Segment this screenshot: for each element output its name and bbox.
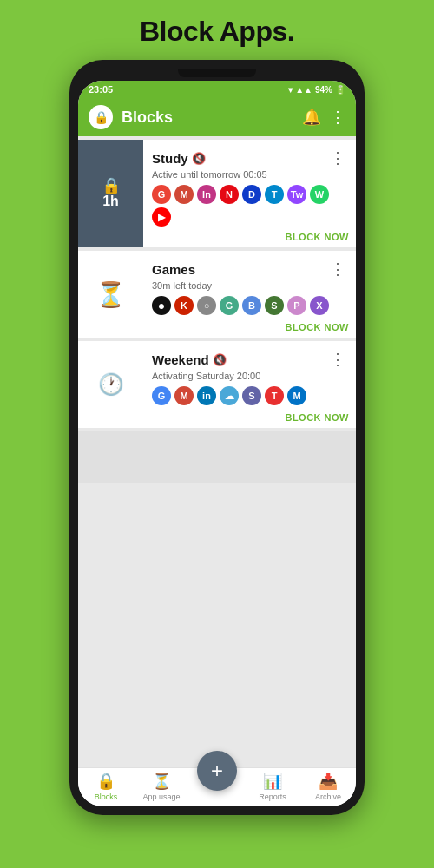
reports-nav-label: Reports xyxy=(259,792,286,801)
study-header: Study 🔇 ⋮ xyxy=(152,148,349,168)
app-usage-nav-icon: ⏳ xyxy=(152,772,171,791)
study-lock-time: 1h xyxy=(102,194,119,209)
weekend-name: Weekend xyxy=(152,352,209,367)
app-icon-netflix: N xyxy=(220,185,239,204)
blocks-nav-icon: 🔒 xyxy=(96,772,115,791)
study-info: Study 🔇 ⋮ Active until tomorrow 00:05 G … xyxy=(143,140,356,247)
page-title: Block Apps. xyxy=(140,16,294,48)
games-hourglass-icon: ⏳ xyxy=(95,280,126,309)
archive-nav-icon: 📥 xyxy=(319,772,338,791)
nav-item-blocks[interactable]: 🔒 Blocks xyxy=(78,772,134,801)
battery-percent: 94% xyxy=(315,85,332,95)
weekend-clock-icon: 🕐 xyxy=(98,372,124,397)
weekend-app-todoist: T xyxy=(265,386,284,405)
study-block-now-row: BLOCK NOW xyxy=(152,232,349,242)
app-icon-gmail: M xyxy=(174,185,194,204)
block-card-weekend: 🕐 Weekend 🔇 ⋮ Activating Saturday 20:00 xyxy=(78,341,356,428)
study-app-icons: G M In N D T Tw W ▶ xyxy=(152,185,349,227)
games-app-3: ○ xyxy=(197,296,216,315)
games-subtitle: 30m left today xyxy=(152,280,349,291)
app-icon-discord: D xyxy=(242,185,261,204)
weekend-subtitle: Activating Saturday 20:00 xyxy=(152,371,349,381)
weekend-bell-off-icon: 🔇 xyxy=(213,353,227,366)
phone-wrapper: 23:05 ▾ ▲▲ 94% 🔋 🔒 Blocks 🔔 ⋮ xyxy=(69,60,365,815)
block-card-games: ⏳ Games ⋮ 30m left today ● K xyxy=(78,251,356,338)
weekend-block-now-row: BLOCK NOW xyxy=(152,412,349,423)
study-block-now-button[interactable]: BLOCK NOW xyxy=(285,232,349,242)
study-icon-area: 🔒 1h xyxy=(78,140,143,247)
wifi-icon: ▾ xyxy=(288,85,293,95)
games-block-now-row: BLOCK NOW xyxy=(152,322,349,332)
games-block-now-button[interactable]: BLOCK NOW xyxy=(285,322,349,332)
games-app-2: K xyxy=(174,296,194,315)
games-app-icons: ● K ○ G B S P X xyxy=(152,296,349,315)
games-app-8: X xyxy=(310,296,329,315)
study-name-row: Study 🔇 xyxy=(152,151,206,166)
weekend-app-icons: G M in ☁ S T M xyxy=(152,386,349,405)
games-more-button[interactable]: ⋮ xyxy=(326,260,349,279)
weekend-icon-area: 🕐 xyxy=(78,341,143,428)
games-app-7: P xyxy=(287,296,306,315)
games-header: Games ⋮ xyxy=(152,260,349,279)
app-icon-chrome: G xyxy=(152,185,171,204)
archive-nav-label: Archive xyxy=(315,792,341,801)
nav-item-app-usage[interactable]: ⏳ App usage xyxy=(134,772,189,801)
bottom-nav: 🔒 Blocks ⏳ App usage + 📊 Reports 📥 Archi… xyxy=(78,767,356,806)
phone-notch xyxy=(178,69,256,77)
weekend-block-now-button[interactable]: BLOCK NOW xyxy=(285,412,349,423)
weekend-app-linkedin: in xyxy=(197,386,216,405)
app-usage-nav-label: App usage xyxy=(142,792,180,801)
nav-item-reports[interactable]: 📊 Reports xyxy=(245,772,300,801)
games-icon-area: ⏳ xyxy=(78,251,143,338)
weekend-name-row: Weekend 🔇 xyxy=(152,352,227,367)
notification-icon[interactable]: 🔔 xyxy=(302,108,321,127)
games-name: Games xyxy=(152,262,195,277)
status-time: 23:05 xyxy=(89,84,113,95)
app-icon-twitch: Tw xyxy=(287,185,306,204)
weekend-app-drive: G xyxy=(152,386,171,405)
battery-icon: 🔋 xyxy=(335,85,345,95)
study-more-button[interactable]: ⋮ xyxy=(326,148,349,168)
fab-button[interactable]: + xyxy=(197,751,237,791)
study-subtitle: Active until tomorrow 00:05 xyxy=(152,169,349,180)
nav-item-archive[interactable]: 📥 Archive xyxy=(300,772,356,801)
app-icon-whatsapp: W xyxy=(310,185,329,204)
weekend-app-cloud: ☁ xyxy=(220,386,239,405)
blocks-nav-label: Blocks xyxy=(95,792,118,801)
app-bar-icons: 🔔 ⋮ xyxy=(302,108,345,127)
weekend-header: Weekend 🔇 ⋮ xyxy=(152,350,349,369)
status-right: ▾ ▲▲ 94% 🔋 xyxy=(288,85,345,95)
app-icon-telegram: T xyxy=(265,185,284,204)
study-lock-box: 🔒 1h xyxy=(102,178,121,209)
more-options-icon[interactable]: ⋮ xyxy=(330,108,345,127)
games-app-4: G xyxy=(220,296,239,315)
weekend-app-gmail: M xyxy=(174,386,194,405)
games-info: Games ⋮ 30m left today ● K ○ G B S xyxy=(143,251,356,338)
app-icon-youtube: ▶ xyxy=(152,207,171,227)
phone-screen: 23:05 ▾ ▲▲ 94% 🔋 🔒 Blocks 🔔 ⋮ xyxy=(78,81,356,806)
content-area: 🔒 1h Study 🔇 ⋮ Active until tomo xyxy=(78,136,356,767)
games-app-1: ● xyxy=(152,296,171,315)
weekend-more-button[interactable]: ⋮ xyxy=(326,350,349,369)
block-card-study: 🔒 1h Study 🔇 ⋮ Active until tomo xyxy=(78,140,356,247)
reports-nav-icon: 📊 xyxy=(263,772,282,791)
weekend-info: Weekend 🔇 ⋮ Activating Saturday 20:00 G … xyxy=(143,341,356,428)
app-bar-title: Blocks xyxy=(122,108,293,127)
study-name: Study xyxy=(152,151,188,166)
empty-space xyxy=(78,431,356,483)
games-app-6: S xyxy=(265,296,284,315)
study-lock-symbol: 🔒 xyxy=(102,178,121,194)
study-bell-off-icon: 🔇 xyxy=(192,152,206,165)
app-icon-instagram: In xyxy=(197,185,216,204)
signal-icon: ▲▲ xyxy=(295,85,312,95)
games-name-row: Games xyxy=(152,262,195,277)
weekend-app-ms: M xyxy=(287,386,306,405)
games-app-5: B xyxy=(242,296,261,315)
status-bar: 23:05 ▾ ▲▲ 94% 🔋 xyxy=(78,81,356,98)
app-bar-lock-icon: 🔒 xyxy=(89,105,113,129)
app-bar: 🔒 Blocks 🔔 ⋮ xyxy=(78,98,356,136)
weekend-app-slack: S xyxy=(242,386,261,405)
